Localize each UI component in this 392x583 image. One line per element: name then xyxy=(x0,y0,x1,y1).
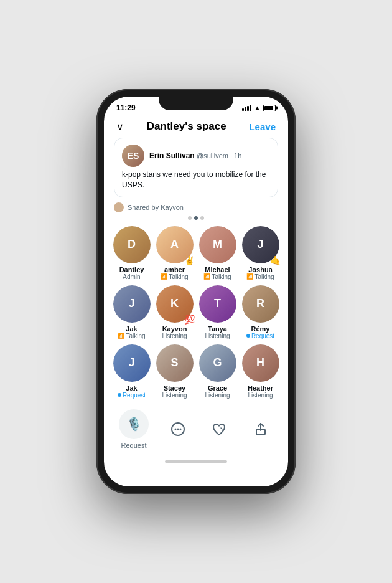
request-mic-button[interactable]: 🎙️ Request xyxy=(119,409,149,449)
participant-amber-1[interactable]: A ✌️ amber 📶Talking xyxy=(154,226,195,280)
avatar-wrap: J xyxy=(113,285,151,323)
status-label: Talking xyxy=(212,273,231,280)
participant-status: Listening xyxy=(162,333,187,339)
tweet-author: ES Erin Sullivan @sullivem · 1h xyxy=(122,145,270,167)
request-dot xyxy=(246,334,250,338)
participants-grid: D Dantley Admin A ✌️ amber 📶Talking M Mi… xyxy=(104,226,288,399)
participant-rémy-7[interactable]: R Rémy Request xyxy=(240,285,281,339)
participant-avatar: M xyxy=(199,226,236,263)
participant-jak-4[interactable]: J Jak 📶Talking xyxy=(111,285,152,339)
home-indicator xyxy=(104,455,288,468)
dot-3 xyxy=(200,216,204,220)
heart-button[interactable] xyxy=(207,417,231,442)
avatar-wrap: K 💯 xyxy=(156,285,194,323)
participant-name: Stacey xyxy=(164,384,185,392)
participant-kayvon-5[interactable]: K 💯 Kayvon Listening xyxy=(154,285,195,339)
request-dot xyxy=(118,393,121,397)
participant-tanya-6[interactable]: T Tanya Listening xyxy=(197,285,238,339)
request-label: Request xyxy=(121,442,147,449)
avatar-wrap: M xyxy=(199,226,236,263)
avatar-image: J xyxy=(113,344,151,382)
participant-status: Listening xyxy=(205,392,230,399)
participant-name: Michael xyxy=(205,266,230,273)
avatar-image: D xyxy=(113,226,151,263)
participant-michael-2[interactable]: M Michael 📶Talking xyxy=(197,226,238,280)
avatar-image: J xyxy=(113,285,151,323)
home-bar xyxy=(165,460,227,463)
avatar-wrap: J 🤙 xyxy=(242,226,279,263)
mic-icon[interactable]: 🎙️ xyxy=(119,409,149,439)
header: ∨ Dantley's space Leave xyxy=(104,116,288,138)
talking-icon: 📶 xyxy=(246,273,253,280)
talking-icon: 📶 xyxy=(161,273,167,280)
status-label: Talking xyxy=(169,273,188,280)
talking-icon: 📶 xyxy=(203,273,210,280)
participant-status: Listening xyxy=(248,392,273,399)
emoji-badge: 💯 xyxy=(184,315,195,324)
participant-avatar: J xyxy=(113,344,151,382)
avatar-image: H xyxy=(242,344,279,382)
participant-dantley-0[interactable]: D Dantley Admin xyxy=(111,226,152,280)
participant-avatar: J xyxy=(113,285,151,323)
bottom-toolbar: 🎙️ Request xyxy=(104,404,288,455)
shared-by: Shared by Kayvon xyxy=(114,202,278,212)
participant-avatar: T xyxy=(199,285,236,323)
status-label: Listening xyxy=(248,392,273,399)
participant-grace-10[interactable]: G Grace Listening xyxy=(197,344,238,399)
wifi-icon: ▲ xyxy=(254,104,261,111)
participant-joshua-3[interactable]: J 🤙 Joshua 📶Talking xyxy=(240,226,281,280)
tweet-text: k-pop stans we need you to mobilize for … xyxy=(122,169,270,191)
status-label: Listening xyxy=(205,333,230,339)
participant-status: Listening xyxy=(162,392,187,399)
participant-stacey-9[interactable]: S Stacey Listening xyxy=(154,344,195,399)
participant-avatar: D xyxy=(113,226,151,263)
tweet-author-info: Erin Sullivan @sullivem · 1h xyxy=(149,151,241,160)
avatar-image: G xyxy=(199,344,236,382)
status-time: 11:29 xyxy=(116,103,136,112)
avatar-wrap: H xyxy=(242,344,279,382)
share-button[interactable] xyxy=(248,417,273,442)
participant-name: Rémy xyxy=(251,325,270,333)
avatar-image: M xyxy=(199,226,236,263)
tweet-author-handle: @sullivem · 1h xyxy=(197,152,241,159)
dot-2 xyxy=(194,216,198,220)
back-button[interactable]: ∨ xyxy=(116,121,124,133)
chat-button[interactable] xyxy=(166,417,190,442)
participant-name: Tanya xyxy=(208,325,227,333)
participant-status: 📶Talking xyxy=(203,273,231,280)
svg-point-2 xyxy=(177,428,179,430)
avatar-image: T xyxy=(199,285,236,323)
participant-status: 📶Talking xyxy=(118,333,145,339)
participant-avatar: S xyxy=(156,344,194,382)
avatar-wrap: A ✌️ xyxy=(156,226,194,263)
avatar-wrap: S xyxy=(156,344,194,382)
avatar-image: R xyxy=(242,285,279,323)
avatar-image: S xyxy=(156,344,194,382)
space-title: Dantley's space xyxy=(147,120,226,133)
status-label: Talking xyxy=(126,333,145,339)
tweet-author-name: Erin Sullivan xyxy=(149,151,195,160)
dot-1 xyxy=(188,216,192,220)
participant-status: Request xyxy=(246,333,274,339)
participant-name: Dantley xyxy=(119,266,144,273)
participant-heather-11[interactable]: H Heather Listening xyxy=(240,344,281,399)
tweet-card[interactable]: ES Erin Sullivan @sullivem · 1h k-pop st… xyxy=(114,138,278,197)
status-label: Listening xyxy=(162,392,187,399)
tweet-avatar: ES xyxy=(122,145,144,167)
participant-name: Jak xyxy=(126,384,137,392)
participant-name: amber xyxy=(164,266,185,273)
participant-name: Joshua xyxy=(248,266,273,273)
participant-status: Listening xyxy=(205,333,230,339)
svg-point-3 xyxy=(179,428,181,430)
status-label: Listening xyxy=(162,333,187,339)
phone-device: 11:29 ▲ ∨ Dantley's space Leave xyxy=(96,89,296,494)
participant-name: Kayvon xyxy=(162,325,187,333)
participant-avatar: R xyxy=(242,285,279,323)
battery-icon xyxy=(263,105,276,111)
emoji-badge: ✌️ xyxy=(184,256,195,265)
status-label: Request xyxy=(251,333,274,339)
leave-button[interactable]: Leave xyxy=(249,121,276,132)
participant-jak-8[interactable]: J Jak Request xyxy=(111,344,152,399)
status-label: Admin xyxy=(123,273,140,280)
emoji-badge: 🤙 xyxy=(270,256,281,265)
